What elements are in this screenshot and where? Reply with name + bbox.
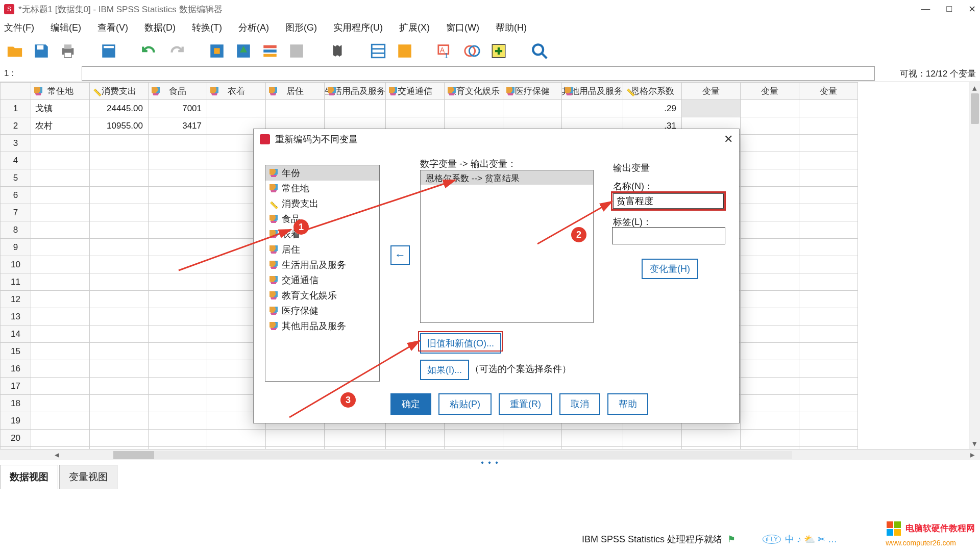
grid-cell[interactable]: 戈镇: [31, 100, 90, 117]
source-variable-list[interactable]: 年份常住地消费支出食品衣着居住生活用品及服务交通通信教育文化娱乐医疗保健其他用品…: [265, 165, 380, 382]
grid-cell[interactable]: [90, 204, 149, 221]
output-tag-input[interactable]: [612, 227, 725, 244]
varlist-item[interactable]: 交通通信: [265, 272, 379, 288]
grid-cell[interactable]: [799, 395, 858, 412]
grid-cell[interactable]: [31, 360, 90, 378]
grid-cell[interactable]: [386, 447, 445, 449]
grid-cell[interactable]: [149, 204, 207, 221]
grid-cell[interactable]: [31, 395, 90, 412]
grid-cell[interactable]: [562, 430, 623, 447]
grid-cell[interactable]: [31, 187, 90, 204]
grid-cell[interactable]: [741, 152, 799, 169]
grid-cell[interactable]: [799, 135, 858, 152]
save-icon[interactable]: [32, 41, 51, 61]
grid-cell[interactable]: [799, 412, 858, 430]
grid-cell[interactable]: [562, 447, 623, 449]
grid-cell[interactable]: 7001: [149, 100, 207, 117]
column-header[interactable]: 变量: [741, 83, 799, 100]
minimize-icon[interactable]: —: [921, 4, 930, 15]
grid-cell[interactable]: [90, 360, 149, 378]
column-header[interactable]: 居住: [266, 83, 325, 100]
split-file-icon[interactable]: [369, 41, 388, 61]
row-header[interactable]: 17: [1, 378, 31, 395]
grid-cell[interactable]: [741, 239, 799, 256]
goto-case-icon[interactable]: [207, 41, 227, 61]
row-header[interactable]: 11: [1, 273, 31, 291]
grid-cell[interactable]: [741, 291, 799, 308]
weight-cases-icon[interactable]: [395, 41, 414, 61]
grid-cell[interactable]: [31, 221, 90, 239]
grid-cell[interactable]: [445, 430, 503, 447]
menu-item[interactable]: 分析(A): [238, 21, 269, 34]
grid-cell[interactable]: [325, 430, 386, 447]
row-header[interactable]: 9: [1, 239, 31, 256]
grid-cell[interactable]: [741, 169, 799, 187]
grid-cell[interactable]: [266, 430, 325, 447]
grid-icon-a[interactable]: [287, 41, 306, 61]
menu-item[interactable]: 扩展(X): [399, 21, 430, 34]
mapping-item[interactable]: 恩格尔系数 --> 贫富结果: [421, 170, 593, 185]
varlist-item[interactable]: 生活用品及服务: [265, 257, 379, 272]
varlist-item[interactable]: 医疗保健: [265, 303, 379, 318]
grid-cell[interactable]: [741, 308, 799, 325]
find-icon[interactable]: [328, 41, 347, 61]
scroll-left-icon[interactable]: ◂: [51, 449, 62, 460]
grid-cell[interactable]: [149, 378, 207, 395]
column-header[interactable]: 消费支出: [90, 83, 149, 100]
grid-cell[interactable]: [149, 152, 207, 169]
row-header[interactable]: 14: [1, 325, 31, 343]
old-new-values-button[interactable]: 旧值和新值(O)...: [420, 333, 501, 354]
grid-cell[interactable]: [31, 256, 90, 273]
grid-cell[interactable]: [266, 100, 325, 117]
menu-item[interactable]: 图形(G): [285, 21, 317, 34]
goto-var-icon[interactable]: [234, 41, 253, 61]
use-sets-icon[interactable]: [462, 41, 482, 61]
menu-item[interactable]: 转换(T): [192, 21, 222, 34]
grid-cell[interactable]: [31, 291, 90, 308]
grid-cell[interactable]: [562, 100, 623, 117]
grid-cell[interactable]: [31, 430, 90, 447]
grid-cell[interactable]: [149, 430, 207, 447]
menu-item[interactable]: 查看(V): [97, 21, 128, 34]
grid-cell[interactable]: [741, 395, 799, 412]
grid-cell[interactable]: [799, 152, 858, 169]
vertical-scrollbar[interactable]: ▴ ▾: [969, 82, 980, 449]
grid-cell[interactable]: [325, 100, 386, 117]
grid-cell[interactable]: [207, 100, 266, 117]
ok-button[interactable]: 确定: [390, 393, 431, 415]
help-button[interactable]: 帮助: [607, 393, 648, 415]
grid-cell[interactable]: [31, 135, 90, 152]
varlist-item[interactable]: 食品: [265, 211, 379, 227]
grid-cell[interactable]: [799, 273, 858, 291]
print-icon[interactable]: [58, 41, 78, 61]
grid-cell[interactable]: [31, 412, 90, 430]
grid-cell[interactable]: [149, 239, 207, 256]
tab-variable-view[interactable]: 变量视图: [59, 465, 117, 489]
grid-cell[interactable]: [149, 256, 207, 273]
cancel-button[interactable]: 取消: [559, 393, 600, 415]
column-header[interactable]: 医疗保健: [503, 83, 562, 100]
varlist-item[interactable]: 教育文化娱乐: [265, 288, 379, 303]
column-header[interactable]: 食品: [149, 83, 207, 100]
grid-cell[interactable]: [799, 325, 858, 343]
grid-cell[interactable]: [149, 291, 207, 308]
grid-cell[interactable]: [90, 239, 149, 256]
cell-value-input[interactable]: [82, 66, 875, 81]
grid-cell[interactable]: [741, 221, 799, 239]
grid-cell[interactable]: [623, 447, 682, 449]
column-header[interactable]: 教育文化娱乐: [445, 83, 503, 100]
grid-cell[interactable]: [31, 343, 90, 360]
grid-cell[interactable]: [149, 221, 207, 239]
grid-cell[interactable]: [741, 343, 799, 360]
varlist-item[interactable]: 消费支出: [265, 196, 379, 211]
grid-cell[interactable]: [31, 273, 90, 291]
grid-cell[interactable]: [445, 447, 503, 449]
grid-cell[interactable]: [741, 412, 799, 430]
horizontal-scrollbar[interactable]: ◂ ▸: [0, 449, 980, 460]
grid-cell[interactable]: [149, 343, 207, 360]
scroll-right-icon[interactable]: ▸: [967, 449, 978, 460]
grid-cell[interactable]: [31, 447, 90, 449]
redo-icon[interactable]: [166, 41, 186, 61]
paste-button[interactable]: 粘贴(P): [438, 393, 492, 415]
grid-cell[interactable]: [799, 430, 858, 447]
